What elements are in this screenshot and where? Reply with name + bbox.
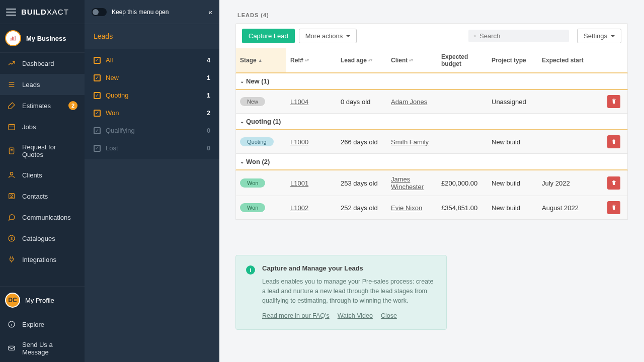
ref-link[interactable]: L1002 — [290, 204, 308, 212]
nav-integrations[interactable]: Integrations — [0, 249, 85, 270]
nav-catalogues[interactable]: $ Catalogues — [0, 228, 85, 249]
ruler-icon — [7, 101, 16, 110]
nav-dashboard[interactable]: Dashboard — [0, 53, 85, 74]
delete-button[interactable] — [607, 135, 620, 148]
nav-communications[interactable]: Communications — [0, 207, 85, 228]
info-body: Leads enables you to manage your Pre-sal… — [262, 277, 436, 305]
checkbox-icon: ✓ — [94, 145, 101, 152]
sort-icon: ▴▾ — [368, 59, 372, 62]
col-expected-start[interactable]: Expected start — [538, 48, 588, 72]
nav-estimates[interactable]: Estimates 2 — [0, 95, 85, 116]
group-title: Won (2) — [246, 158, 270, 165]
svg-rect-4 — [9, 124, 15, 130]
svg-rect-17 — [9, 346, 15, 350]
project-type: Unassigned — [488, 93, 538, 111]
nav-rfq[interactable]: Request for Quotes — [0, 137, 85, 164]
filter-label: All — [106, 56, 113, 64]
sidebar-header: BUILDXACT — [0, 0, 85, 24]
svg-text:$: $ — [11, 236, 13, 241]
search-input[interactable] — [479, 32, 564, 40]
filter-item-new[interactable]: ✓New1 — [85, 69, 219, 86]
delete-button[interactable] — [607, 95, 620, 108]
business-row[interactable]: My Business — [0, 24, 85, 53]
filter-list: ✓All4✓New1✓Quoting1✓Won2✓Qualifying0✓Los… — [85, 49, 219, 159]
filter-item-all[interactable]: ✓All4 — [85, 51, 219, 69]
chevron-down-icon: ⌄ — [240, 78, 244, 84]
calendar-icon — [7, 122, 16, 131]
sort-icon: ▴▾ — [409, 59, 413, 62]
info-video-link[interactable]: Watch Video — [338, 312, 373, 319]
nav-label: Leads — [22, 81, 40, 88]
filter-item-quoting[interactable]: ✓Quoting1 — [85, 86, 219, 104]
table-body: ⌄New (1)NewL10040 days oldAdam JonesUnas… — [235, 73, 628, 220]
business-avatar-icon — [5, 30, 21, 46]
info-faq-link[interactable]: Read more in our FAQ's — [262, 312, 330, 319]
more-actions-label: More actions — [305, 32, 343, 40]
col-client[interactable]: Client▴▾ — [387, 48, 437, 72]
nav-contacts[interactable]: Contacts — [0, 186, 85, 207]
group-header[interactable]: ⌄New (1) — [235, 73, 628, 90]
table-row: NewL10040 days oldAdam JonesUnassigned — [235, 90, 628, 114]
group-title: Quoting (1) — [246, 118, 281, 125]
lead-age: 253 days old — [337, 174, 387, 192]
nav-jobs[interactable]: Jobs — [0, 116, 85, 137]
expected-budget: £354,851.00 — [437, 199, 488, 217]
settings-label: Settings — [584, 32, 607, 40]
client-link[interactable]: Adam Jones — [391, 98, 427, 106]
stage-pill: New — [240, 97, 265, 106]
expected-start: July 2022 — [538, 174, 588, 192]
filter-item-won[interactable]: ✓Won2 — [85, 104, 219, 122]
table-header-row: Stage Ref#▴▾ Lead age▴▾ Client▴▾ Expecte… — [235, 48, 628, 73]
filter-label: New — [106, 74, 119, 81]
svg-marker-3 — [9, 103, 15, 109]
plug-icon — [7, 255, 16, 264]
keep-open-toggle[interactable] — [92, 8, 107, 16]
hamburger-icon[interactable] — [6, 9, 16, 16]
col-stage[interactable]: Stage — [236, 48, 286, 72]
collapse-panel-icon[interactable]: « — [208, 8, 212, 16]
group-header[interactable]: ⌄Quoting (1) — [235, 114, 628, 130]
capture-lead-button[interactable]: Capture Lead — [242, 29, 295, 43]
expected-start — [538, 97, 588, 107]
nav-explore[interactable]: Explore — [0, 314, 85, 335]
nav-label: Jobs — [22, 123, 36, 131]
keep-open-label: Keep this menu open — [112, 9, 169, 16]
col-expected-budget[interactable]: Expected budget — [437, 48, 488, 72]
nav-label: Dashboard — [22, 60, 54, 67]
toolbar: Capture Lead More actions Settings — [235, 23, 628, 48]
client-link[interactable]: Evie Nixon — [391, 204, 422, 212]
filter-item-lost[interactable]: ✓Lost0 — [85, 139, 219, 157]
main-content: LEADS (4) Capture Lead More actions Sett… — [219, 0, 644, 362]
nav-send-message[interactable]: Send Us a Message — [0, 335, 85, 362]
lead-age: 0 days old — [337, 93, 387, 111]
delete-button[interactable] — [607, 176, 620, 190]
ref-link[interactable]: L1001 — [290, 179, 308, 187]
contacts-icon — [7, 192, 16, 201]
info-icon: i — [246, 265, 255, 275]
subpanel-header: Keep this menu open « — [85, 0, 219, 24]
ref-link[interactable]: L1004 — [290, 98, 308, 106]
sidebar-bottom: DC My Profile Explore Send Us a Message — [0, 286, 85, 362]
more-actions-button[interactable]: More actions — [299, 29, 357, 43]
info-close-link[interactable]: Close — [381, 312, 397, 319]
settings-button[interactable]: Settings — [577, 29, 621, 43]
filter-count: 1 — [207, 92, 210, 99]
profile-row[interactable]: DC My Profile — [0, 286, 85, 314]
checkbox-icon: ✓ — [94, 92, 101, 99]
col-project-type[interactable]: Project type — [488, 48, 538, 72]
col-lead-age[interactable]: Lead age▴▾ — [337, 48, 387, 72]
svg-point-11 — [11, 195, 12, 196]
col-ref[interactable]: Ref#▴▾ — [286, 48, 337, 72]
brand-logo: BUILDXACT — [21, 8, 69, 16]
nav-leads[interactable]: Leads — [0, 74, 85, 95]
client-link[interactable]: Smith Family — [391, 138, 429, 146]
filter-item-qualifying[interactable]: ✓Qualifying0 — [85, 122, 219, 139]
group-header[interactable]: ⌄Won (2) — [235, 154, 628, 170]
client-link[interactable]: James Winchester — [391, 175, 433, 191]
filter-label: Won — [106, 109, 119, 117]
delete-button[interactable] — [607, 201, 620, 214]
nav-clients[interactable]: Clients — [0, 164, 85, 186]
stage-pill: Won — [240, 203, 265, 212]
main-sidebar: BUILDXACT My Business Dashboard Leads Es… — [0, 0, 85, 362]
ref-link[interactable]: L1000 — [290, 138, 308, 146]
